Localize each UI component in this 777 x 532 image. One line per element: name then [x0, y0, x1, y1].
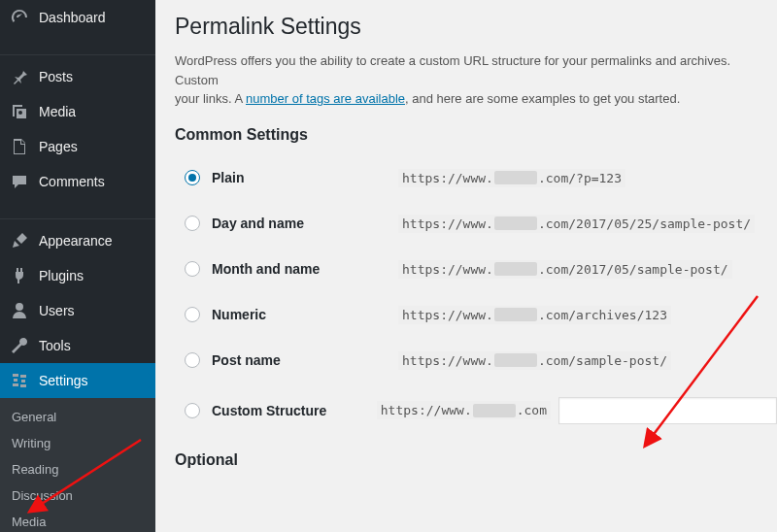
- permalink-option-month-name: Month and name https://www..com/2017/05/…: [175, 247, 777, 292]
- svg-rect-2: [13, 383, 18, 386]
- url-prefix: https://www.: [402, 353, 493, 368]
- option-example: https://www..com/2017/05/sample-post/: [398, 260, 732, 279]
- custom-structure-input[interactable]: [558, 397, 777, 424]
- sidebar-item-label: Pages: [39, 139, 78, 154]
- sidebar-item-comments[interactable]: Comments: [0, 164, 155, 199]
- option-example: https://www..com/sample-post/: [398, 351, 671, 370]
- intro-line-2b: , and here are some examples to get you …: [405, 91, 680, 106]
- sidebar-item-label: Comments: [39, 174, 105, 189]
- sidebar-item-dashboard[interactable]: Dashboard: [0, 0, 155, 35]
- submenu-item-general[interactable]: General: [0, 404, 155, 430]
- comments-icon: [10, 172, 29, 191]
- permalink-option-day-name: Day and name https://www..com/2017/05/25…: [175, 201, 777, 247]
- submenu-item-reading[interactable]: Reading: [0, 456, 155, 482]
- url-prefix: https://www.: [381, 403, 472, 417]
- svg-rect-3: [20, 375, 26, 378]
- settings-content: Permalink Settings WordPress offers you …: [155, 0, 777, 532]
- users-icon: [10, 301, 29, 320]
- optional-heading: Optional: [175, 451, 777, 469]
- option-label: Custom Structure: [212, 403, 326, 418]
- url-prefix: https://www.: [402, 262, 493, 277]
- sidebar-item-tools[interactable]: Tools: [0, 328, 155, 363]
- svg-rect-4: [21, 380, 25, 382]
- sidebar-item-label: Settings: [39, 373, 88, 388]
- sidebar-item-label: Media: [39, 104, 76, 119]
- intro-line-1: WordPress offers you the ability to crea…: [175, 53, 730, 87]
- tools-icon: [10, 336, 29, 355]
- intro-text: WordPress offers you the ability to crea…: [175, 51, 777, 109]
- option-label: Plain: [212, 170, 244, 185]
- submenu-item-media[interactable]: Media: [0, 509, 155, 532]
- sidebar-item-posts[interactable]: Posts: [0, 59, 155, 94]
- sidebar-item-settings[interactable]: Settings: [0, 363, 155, 398]
- sidebar-item-label: Appearance: [39, 233, 113, 249]
- option-label: Numeric: [212, 307, 266, 322]
- url-suffix: .com/sample-post/: [538, 353, 667, 368]
- radio-numeric[interactable]: [185, 307, 200, 322]
- settings-icon: [10, 371, 29, 390]
- url-prefix: https://www.: [402, 308, 493, 322]
- redacted-domain: [494, 216, 537, 230]
- option-label: Day and name: [212, 216, 304, 231]
- option-label: Month and name: [212, 261, 320, 277]
- permalink-option-custom: Custom Structure https://www..com: [175, 383, 777, 438]
- sidebar-item-label: Dashboard: [39, 10, 106, 25]
- redacted-domain: [494, 353, 537, 367]
- url-suffix: .com/archives/123: [538, 308, 667, 322]
- url-suffix: .com/2017/05/25/sample-post/: [538, 216, 751, 231]
- permalink-option-numeric: Numeric https://www..com/archives/123: [175, 292, 777, 338]
- sidebar-item-label: Plugins: [39, 268, 84, 283]
- redacted-domain: [494, 308, 537, 321]
- sidebar-item-label: Users: [39, 303, 75, 318]
- radio-month-name[interactable]: [185, 261, 200, 277]
- svg-rect-0: [13, 374, 18, 377]
- appearance-icon: [10, 231, 29, 250]
- media-icon: [10, 102, 29, 121]
- pin-icon: [10, 67, 29, 86]
- option-example: https://www..com/archives/123: [398, 306, 671, 324]
- submenu-item-discussion[interactable]: Discussion: [0, 482, 155, 509]
- radio-plain[interactable]: [185, 170, 200, 185]
- svg-rect-1: [14, 379, 17, 382]
- url-suffix: .com/?p=123: [538, 171, 622, 185]
- sidebar-item-pages[interactable]: Pages: [0, 129, 155, 164]
- menu-separator: [0, 39, 155, 55]
- redacted-domain: [494, 262, 537, 276]
- settings-submenu: General Writing Reading Discussion Media…: [0, 398, 155, 532]
- intro-line-2a: your links. A: [175, 91, 246, 106]
- svg-rect-5: [20, 384, 26, 387]
- url-prefix: https://www.: [402, 216, 493, 231]
- sidebar-item-media[interactable]: Media: [0, 94, 155, 129]
- plugins-icon: [10, 266, 29, 285]
- common-settings-heading: Common Settings: [175, 126, 777, 144]
- sidebar-item-users[interactable]: Users: [0, 293, 155, 328]
- redacted-domain: [473, 404, 516, 417]
- permalink-option-plain: Plain https://www..com/?p=123: [175, 155, 777, 201]
- pages-icon: [10, 137, 29, 156]
- radio-post-name[interactable]: [185, 352, 200, 368]
- submenu-item-writing[interactable]: Writing: [0, 430, 155, 456]
- radio-day-name[interactable]: [185, 216, 200, 231]
- url-suffix: .com: [517, 403, 547, 417]
- permalink-option-post-name: Post name https://www..com/sample-post/: [175, 338, 777, 383]
- option-label: Post name: [212, 352, 281, 368]
- radio-custom[interactable]: [185, 403, 200, 418]
- redacted-domain: [494, 171, 537, 184]
- page-title: Permalink Settings: [175, 14, 777, 40]
- option-example: https://www..com/2017/05/25/sample-post/: [398, 215, 755, 233]
- url-prefix: https://www.: [402, 171, 493, 185]
- dashboard-icon: [10, 8, 29, 27]
- url-suffix: .com/2017/05/sample-post/: [538, 262, 728, 277]
- tags-available-link[interactable]: number of tags are available: [246, 91, 405, 106]
- sidebar-item-label: Posts: [39, 69, 73, 84]
- menu-separator: [0, 203, 155, 219]
- option-example: https://www..com: [377, 401, 551, 419]
- sidebar-item-plugins[interactable]: Plugins: [0, 258, 155, 293]
- sidebar-item-appearance[interactable]: Appearance: [0, 223, 155, 258]
- admin-sidebar: Dashboard Posts Media Pages Comments: [0, 0, 155, 532]
- sidebar-item-label: Tools: [39, 338, 71, 353]
- option-example: https://www..com/?p=123: [398, 169, 625, 187]
